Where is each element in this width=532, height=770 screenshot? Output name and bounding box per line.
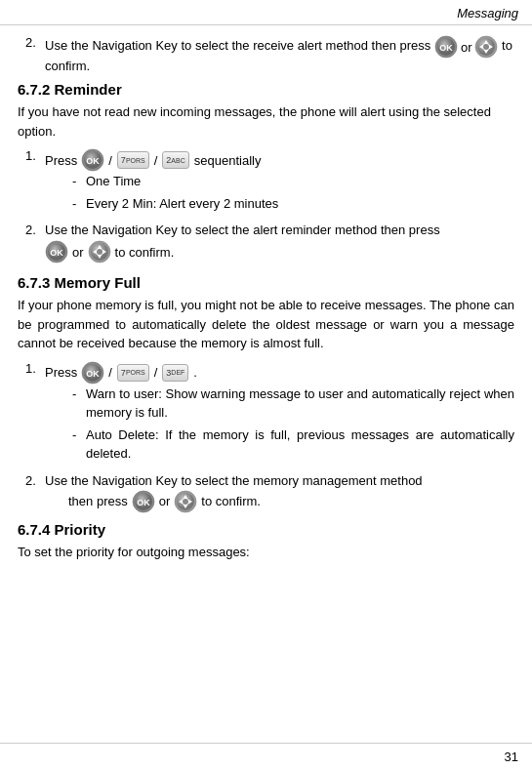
press-text: Press [45,365,77,380]
memory-item-1: 1. Press OK / [25,361,514,469]
item-content: Use the Navigation Key to select the rec… [45,35,514,73]
bullet-auto-delete: Auto Delete: If the memory is full, prev… [72,426,514,464]
icon-group: OK or [434,35,499,59]
reminder-bullets: One Time Every 2 Min: Alert every 2 minu… [72,172,514,213]
item-text: Use the Navigation Key to select the ale… [45,223,440,237]
svg-text:OK: OK [50,248,63,258]
ok-icon-3: OK [45,240,68,263]
intro-item: 2. Use the Navigation Key to select the … [25,35,514,73]
bullet-one-time: One Time [72,172,514,191]
svg-text:OK: OK [86,369,100,379]
item-content: Press OK / [45,148,514,219]
page-title: Messaging [457,6,518,20]
svg-point-9 [483,44,489,50]
2sec-key: 2ABC [162,151,188,169]
section-6-7-3-heading: 6.7.3 Memory Full [18,274,514,291]
or-text: or [461,40,472,55]
page-content: 2. Use the Navigation Key to select the … [0,25,532,743]
ok-icon: OK [434,35,458,59]
item-text: Use the Navigation Key to select the rec… [45,38,430,53]
section-6-7-2-intro: If you have not read new incoming messag… [18,102,514,141]
confirm-text-2: to confirm. [201,494,261,508]
period-text: . [193,365,197,380]
7pors-key-2: 7PORS [117,364,149,382]
ok-icon-5: OK [132,490,155,513]
item-number: 2. [25,473,45,488]
sequentially-text: sequentially [194,153,262,168]
reminder-item-2: 2. Use the Navigation Key to select the … [25,223,514,266]
nav-icon-2 [88,240,111,263]
bullet-every-2min: Every 2 Min: Alert every 2 minutes [72,194,514,214]
reminder-item-1: 1. Press OK [25,148,514,219]
slash-text-3: / [108,365,112,380]
nav-icon [474,35,498,59]
item-number: 1. [25,148,45,163]
press-text: Press [45,153,77,168]
section-6-7-4-intro: To set the priority for outgoing message… [18,543,514,562]
7pors-key: 7PORS [117,151,149,169]
ok-icon-4: OK [81,361,104,385]
page-footer: 31 [0,743,532,770]
page-number: 31 [505,750,518,764]
item-number: 1. [25,361,45,376]
svg-point-22 [97,249,102,255]
3sec-key: 3DEF [162,364,188,382]
section-6-7-4-heading: 6.7.4 Priority [18,521,514,538]
memory-bullets: Warn to user: Show warning message to us… [72,385,514,464]
then-press-text: then press [68,494,128,508]
memory-item-2: 2. Use the Navigation Key to select the … [25,473,514,513]
item-content: Use the Navigation Key to select the mem… [45,473,514,513]
then-press-line: then press OK or [45,490,514,513]
nav-icon-3 [174,490,197,513]
item-content: Use the Navigation Key to select the ale… [45,223,514,266]
item-number: 2. [25,35,45,50]
page-container: Messaging 2. Use the Navigation Key to s… [0,0,532,770]
or-text: or [72,245,84,260]
svg-text:OK: OK [137,498,150,507]
svg-text:OK: OK [439,43,453,53]
item-content: Press OK / 7PORS / [45,361,514,469]
page-header: Messaging [0,0,532,25]
slash-text-4: / [154,365,158,380]
item-text: Use the Navigation Key to select the mem… [45,473,423,488]
slash-text-2: / [154,153,158,168]
svg-text:OK: OK [86,156,100,166]
bullet-warn-user: Warn to user: Show warning message to us… [72,385,514,423]
slash-text: / [108,153,112,168]
section-6-7-3-intro: If your phone memory is full, you might … [18,296,514,353]
ok-icon-2: OK [81,148,104,172]
or-text-2: or [159,494,171,508]
confirm-icons: OK or [45,240,514,263]
svg-point-35 [183,499,188,505]
item-number: 2. [25,223,45,237]
section-6-7-2-heading: 6.7.2 Reminder [18,81,514,98]
confirm-text: to confirm. [115,245,175,260]
